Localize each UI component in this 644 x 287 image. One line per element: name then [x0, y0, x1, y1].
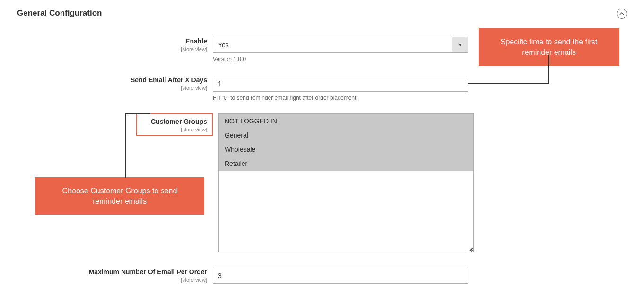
send-after-input[interactable]: [213, 76, 468, 92]
customer-groups-multiselect[interactable]: NOT LOGGED IN General Wholesale Retailer: [218, 113, 474, 252]
enable-select-value: Yes: [213, 37, 452, 53]
enable-label-col: Enable [store view]: [0, 37, 213, 52]
max-email-input[interactable]: [213, 268, 468, 284]
section-title: General Configuration: [17, 9, 102, 18]
connector-line: [468, 55, 553, 84]
send-after-label-col: Send Email After X Days [store view]: [0, 76, 213, 91]
customer-group-option[interactable]: General: [219, 128, 473, 142]
max-email-label: Maximum Number Of Email Per Order: [88, 268, 207, 276]
send-after-help: Fill "0" to send reminder email right af…: [213, 95, 468, 101]
send-after-label: Send Email After X Days: [131, 76, 207, 84]
enable-scope: [store view]: [0, 46, 207, 52]
customer-groups-label: Customer Groups: [151, 118, 207, 125]
customer-group-option[interactable]: Retailer: [219, 157, 473, 171]
customer-group-option[interactable]: NOT LOGGED IN: [219, 114, 473, 128]
max-email-scope: [store view]: [0, 277, 207, 283]
enable-select-arrow[interactable]: [452, 37, 468, 53]
resize-handle-icon[interactable]: [469, 247, 472, 251]
enable-label: Enable: [185, 37, 207, 45]
chevron-up-icon: [619, 11, 624, 16]
collapse-toggle[interactable]: [617, 9, 627, 19]
connector-line: [122, 113, 155, 180]
customer-groups-scope: [store view]: [151, 127, 207, 132]
callout-customer-groups: Choose Customer Groups to send reminder …: [35, 177, 204, 215]
max-email-label-col: Maximum Number Of Email Per Order [store…: [0, 268, 213, 283]
enable-help: Version 1.0.0: [213, 56, 468, 62]
enable-select[interactable]: Yes: [213, 37, 468, 53]
send-after-scope: [store view]: [0, 85, 207, 91]
customer-group-option[interactable]: Wholesale: [219, 142, 473, 157]
